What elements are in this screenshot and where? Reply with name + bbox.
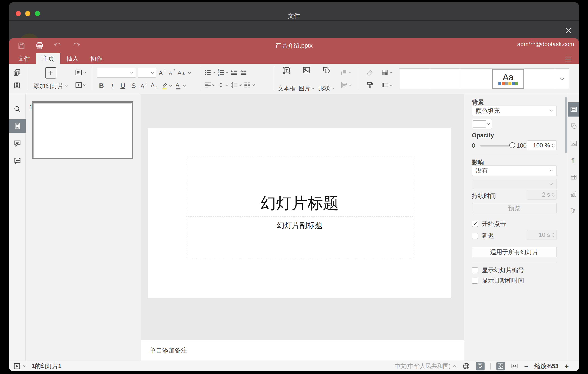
horizontal-align-button[interactable] — [204, 81, 215, 89]
chevron-down-icon — [183, 85, 186, 87]
highlight-color-button[interactable] — [160, 82, 172, 90]
apply-to-all-slides-button[interactable]: 适用于所有幻灯片 — [472, 247, 557, 257]
spell-check-button[interactable]: ABC — [476, 362, 484, 370]
change-case-button[interactable]: Aa — [177, 69, 191, 77]
opacity-spinbox[interactable]: 100 % — [527, 141, 557, 150]
italic-button[interactable]: I — [108, 82, 117, 89]
zoom-in-button[interactable]: + — [564, 362, 569, 370]
fit-to-width-button[interactable] — [511, 362, 518, 370]
show-date-time-checkbox[interactable] — [472, 278, 478, 284]
theme-option-5[interactable] — [524, 69, 555, 89]
view-settings-button[interactable] — [565, 57, 572, 62]
slide-canvas[interactable]: 幻灯片标题 幻灯片副标题 — [141, 94, 464, 340]
bold-button[interactable]: B — [97, 82, 106, 89]
numbered-list-button[interactable]: 123 — [217, 69, 229, 76]
superscript-button[interactable]: A2 — [140, 82, 148, 89]
decrease-indent-button[interactable] — [230, 69, 238, 76]
fit-to-slide-button[interactable] — [496, 362, 505, 370]
change-layout-button[interactable] — [75, 69, 86, 76]
chevron-down-icon — [311, 88, 314, 89]
increase-indent-button[interactable] — [240, 69, 247, 76]
start-on-click-row[interactable]: 开始点击 — [472, 220, 506, 228]
textart-settings-tab[interactable]: Ta — [568, 204, 579, 218]
font-name-combobox[interactable] — [97, 68, 136, 78]
svg-text:A: A — [151, 82, 155, 88]
chat-panel-button[interactable] — [9, 154, 26, 167]
chart-settings-tab[interactable] — [568, 187, 579, 201]
zoom-out-button[interactable]: − — [524, 362, 529, 370]
notes-area[interactable]: 单击添加备注 — [141, 340, 464, 361]
chevron-down-icon[interactable] — [23, 365, 26, 367]
set-document-language-button[interactable] — [462, 362, 470, 370]
show-slide-number-checkbox[interactable] — [472, 267, 478, 273]
close-document-button[interactable] — [563, 25, 574, 36]
account-email[interactable]: adm***@dootask.com — [517, 41, 574, 48]
font-size-combobox[interactable] — [138, 68, 156, 78]
add-slide-button[interactable] — [45, 67, 56, 78]
theme-option-1[interactable] — [399, 69, 430, 89]
paste-button[interactable] — [13, 81, 21, 89]
background-fill-select[interactable]: 颜色填充 — [472, 106, 557, 116]
theme-option-selected[interactable]: Aa — [492, 69, 524, 89]
show-date-time-row[interactable]: 显示日期和时间 — [472, 276, 524, 285]
line-spacing-button[interactable] — [230, 81, 242, 89]
comments-panel-button[interactable] — [9, 137, 26, 150]
copy-button[interactable] — [13, 69, 21, 76]
opacity-steppers[interactable] — [552, 143, 555, 148]
toolbar-divider — [358, 67, 358, 91]
clear-style-button[interactable] — [366, 69, 374, 76]
font-color-button[interactable]: A — [174, 82, 186, 90]
tab-home[interactable]: 主页 — [36, 53, 60, 64]
effect-select[interactable]: 没有 — [472, 165, 557, 176]
slide-page[interactable]: 幻灯片标题 幻灯片副标题 — [148, 128, 451, 298]
align-shape-button[interactable] — [340, 81, 352, 89]
opacity-slider-thumb[interactable] — [509, 142, 515, 148]
title-placeholder[interactable]: 幻灯片标题 — [186, 156, 413, 217]
vertical-align-button[interactable] — [217, 81, 229, 89]
increase-font-size-button[interactable]: A — [158, 69, 166, 77]
slides-panel-button[interactable] — [9, 119, 26, 133]
slide-settings-tab[interactable] — [568, 102, 579, 117]
slide-size-button[interactable] — [381, 81, 392, 89]
theme-colors-button[interactable] — [381, 69, 392, 76]
arrange-shape-button[interactable] — [340, 69, 352, 76]
highlight-icon — [160, 82, 168, 90]
slide-thumbnails-panel: 1 — [26, 94, 141, 361]
delay-row[interactable]: 延迟 — [472, 232, 494, 240]
panel-scrollbar[interactable] — [565, 97, 567, 153]
background-color-swatch-button[interactable] — [472, 119, 492, 129]
insert-image-button[interactable]: 图片 — [297, 64, 316, 94]
slide-thumbnail[interactable] — [32, 101, 133, 159]
tab-collaboration[interactable]: 协作 — [84, 53, 109, 64]
subscript-button[interactable]: A2 — [150, 82, 159, 89]
decrease-font-size-button[interactable]: A — [168, 69, 176, 77]
delay-checkbox[interactable] — [472, 233, 478, 239]
paragraph-settings-tab[interactable]: ¶ — [568, 153, 579, 167]
chevron-down-icon — [65, 85, 68, 87]
image-settings-tab[interactable] — [568, 136, 579, 151]
theme-option-3[interactable] — [461, 69, 492, 89]
strikethrough-button[interactable]: S — [129, 82, 138, 89]
shape-settings-tab[interactable] — [568, 119, 579, 133]
language-selector[interactable]: 中文(中华人民共和国) — [395, 362, 456, 370]
table-settings-tab[interactable] — [568, 170, 579, 184]
theme-gallery-expand-button[interactable] — [555, 69, 569, 89]
add-slide-label-button[interactable]: 添加幻灯片 — [33, 82, 68, 90]
underline-button[interactable]: U — [118, 82, 127, 89]
bullet-list-button[interactable] — [204, 69, 215, 76]
insert-shape-button[interactable]: 形状 — [317, 64, 336, 94]
tab-insert[interactable]: 插入 — [60, 53, 84, 64]
start-slideshow-status-button[interactable] — [13, 363, 21, 370]
theme-option-2[interactable] — [430, 69, 461, 89]
start-on-click-checkbox[interactable] — [472, 221, 478, 227]
copy-style-button[interactable] — [366, 81, 374, 89]
opacity-slider-track[interactable] — [480, 145, 512, 146]
hamburger-icon — [565, 57, 572, 62]
subtitle-placeholder[interactable]: 幻灯片副标题 — [186, 218, 413, 259]
show-slide-number-row[interactable]: 显示幻灯片编号 — [472, 266, 524, 274]
tab-file[interactable]: 文件 — [12, 53, 36, 64]
insert-textbox-button[interactable]: 文本框 — [277, 64, 296, 94]
columns-button[interactable] — [243, 81, 255, 89]
start-slideshow-button[interactable] — [75, 81, 86, 89]
search-panel-button[interactable] — [9, 102, 26, 116]
